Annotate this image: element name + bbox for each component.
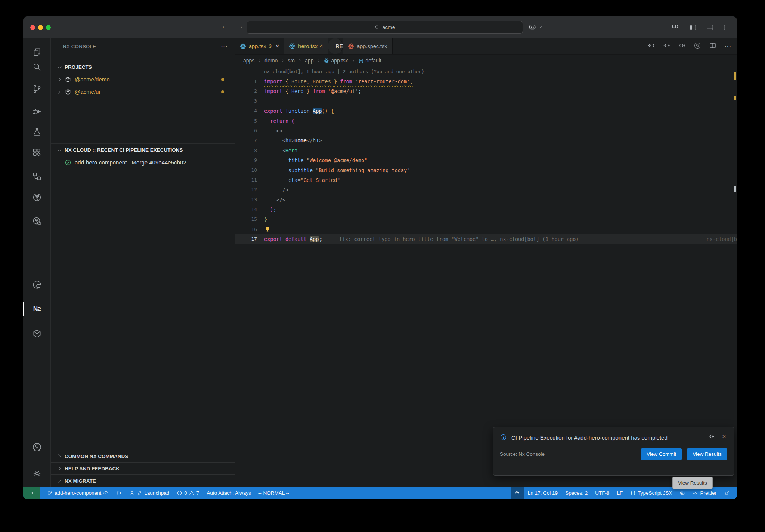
section-header-help-and-feedback[interactable]: HELP AND FEEDBACK — [51, 462, 235, 474]
notification-button-view-commit[interactable]: View Commit — [641, 448, 682, 460]
tab-app-tsx[interactable]: app.tsx3× — [235, 38, 284, 54]
code-line-13[interactable]: 13 </> — [235, 195, 737, 205]
breadcrumb-item-default[interactable]: default — [358, 58, 381, 64]
status-zoom-indicator[interactable] — [511, 487, 524, 499]
code-editor[interactable]: nx-cloud[bot], 1 hour ago | 2 authors (Y… — [235, 66, 737, 487]
activity-item-extensions[interactable] — [23, 143, 50, 161]
notification-toast: CI Pipeline Execution for #add-hero-comp… — [493, 427, 734, 476]
code-line-8[interactable]: 8 <Hero — [235, 146, 737, 155]
package-icon — [65, 89, 71, 95]
code-line-14[interactable]: 14 ); — [235, 205, 737, 214]
status-problems[interactable]: 07 — [173, 487, 203, 499]
section-header-nx-cloud-recent-ci-pipeline-executions[interactable]: NX CLOUD :: RECENT CI PIPELINE EXECUTION… — [51, 143, 235, 156]
status-indentation[interactable]: Spaces: 2 — [561, 487, 591, 499]
notification-button-view-results[interactable]: View Results — [687, 448, 727, 460]
editor-action-nav-forward-circle[interactable] — [678, 42, 686, 51]
line-number: 8 — [235, 146, 257, 155]
close-window-button[interactable] — [30, 25, 35, 30]
code-line-1[interactable]: 1import { Route, Routes } from 'react-ro… — [235, 77, 737, 86]
tab-app-spec-tsx[interactable]: app.spec.tsx — [343, 38, 392, 54]
status-text: UTF-8 — [595, 490, 609, 496]
editor-action-nav-position-circle[interactable] — [663, 42, 670, 51]
breadcrumb[interactable]: appsdemosrcappapp.tsxdefault — [235, 55, 737, 66]
editor-action-run-graph[interactable] — [694, 42, 701, 51]
status-git-branch[interactable]: add-hero-component — [43, 487, 112, 499]
code-line-2[interactable]: 2import { Hero } from '@acme/ui'; — [235, 86, 737, 96]
code-line-3[interactable]: 3 — [235, 96, 737, 106]
activity-item-edge-devtools[interactable] — [23, 276, 50, 294]
breadcrumb-item-src[interactable]: src — [288, 58, 295, 64]
status-cursor-position[interactable]: Ln 17, Col 19 — [524, 487, 561, 499]
status-remote-indicator[interactable] — [23, 487, 40, 499]
breadcrumb-item-app.tsx[interactable]: app.tsx — [323, 58, 348, 64]
breadcrumb-item-apps[interactable]: apps — [243, 58, 254, 64]
breadcrumb-item-app[interactable]: app — [305, 58, 313, 64]
status-encoding[interactable]: UTF-8 — [591, 487, 613, 499]
tab-hero-tsx[interactable]: hero.tsx4 — [284, 38, 328, 54]
minimize-window-button[interactable] — [38, 25, 43, 30]
tab-README-md[interactable]: README.md — [328, 38, 343, 54]
tree-item-add-hero-component-merge-409b44e5cb02-[interactable]: add-hero-component - Merge 409b44e5cb02.… — [51, 156, 235, 168]
code-line-9[interactable]: 9 title="Welcome @acme/demo" — [235, 155, 737, 165]
code-line-11[interactable]: 11 cta="Get Started" — [235, 175, 737, 185]
overview-ruler-mark — [734, 186, 736, 192]
tree-item--acme-demo[interactable]: @acme/demo — [51, 73, 235, 86]
status-commit-graph[interactable] — [112, 487, 126, 499]
editor-action-split-editor[interactable] — [709, 42, 716, 51]
status-vim-mode[interactable]: -- NORMAL -- — [255, 487, 293, 499]
history-back-button[interactable]: ← — [221, 22, 228, 30]
notification-settings-icon[interactable] — [709, 433, 715, 440]
notification-close-icon[interactable]: × — [721, 433, 727, 440]
status-notifications-bell[interactable] — [720, 487, 733, 499]
activity-item-settings[interactable] — [23, 464, 50, 482]
more-actions-icon[interactable]: ⋯ — [221, 42, 228, 50]
tree-item--acme-ui[interactable]: @acme/ui — [51, 86, 235, 98]
code-line-7[interactable]: 7 <h1>Home</h1> — [235, 136, 737, 145]
activity-item-graph[interactable] — [23, 188, 50, 206]
activity-item-graph-search[interactable] — [23, 212, 50, 230]
notification-buttons: View CommitView Results — [641, 448, 727, 460]
status-language-mode[interactable]: {}TypeScript JSX — [626, 487, 676, 499]
activity-item-containers[interactable] — [23, 325, 50, 343]
toggle-panel-icon[interactable] — [706, 24, 714, 31]
breadcrumb-item-demo[interactable]: demo — [264, 58, 278, 64]
history-forward-button[interactable]: → — [236, 22, 244, 30]
circle-arrow-right-icon — [678, 42, 686, 49]
copilot-menu[interactable] — [528, 23, 542, 31]
chevron-right-icon — [280, 58, 285, 63]
activity-item-source-control[interactable] — [23, 80, 50, 98]
activity-item-run-and-debug[interactable] — [23, 102, 50, 120]
editor-action-nav-back-circle[interactable] — [648, 42, 655, 51]
status-auto-attach[interactable]: Auto Attach: Always — [203, 487, 255, 499]
activity-item-search[interactable] — [23, 58, 50, 76]
code-line-10[interactable]: 10 subtitle="Build something amazing tod… — [235, 166, 737, 175]
status-launchpad[interactable]: Launchpad — [126, 487, 173, 499]
code-line-4[interactable]: 4export function App() { — [235, 106, 737, 116]
code-line-5[interactable]: 5 return ( — [235, 116, 737, 126]
status-eol[interactable]: LF — [613, 487, 626, 499]
editor-action-more-actions[interactable]: ⋯ — [724, 42, 732, 50]
command-center-search[interactable]: acme — [247, 21, 523, 34]
chevron-right-icon — [56, 466, 62, 471]
overview-ruler-mark — [734, 72, 736, 80]
code-line-15[interactable]: 15} — [235, 214, 737, 224]
customize-layout-icon[interactable] — [672, 24, 679, 31]
code-line-6[interactable]: 6 <> — [235, 126, 737, 136]
tooltip: View Results — [672, 477, 713, 489]
notification-message: CI Pipeline Execution for #add-hero-comp… — [511, 433, 672, 442]
code-line-16[interactable]: 16 — [235, 225, 737, 234]
section-header-nx-migrate[interactable]: NX MIGRATE — [51, 474, 235, 487]
section-header-common-nx-commands[interactable]: COMMON NX COMMANDS — [51, 450, 235, 462]
activity-item-testing[interactable] — [23, 123, 50, 140]
lightbulb-icon[interactable] — [264, 226, 271, 233]
code-line-12[interactable]: 12 /> — [235, 185, 737, 195]
toggle-primary-sidebar-icon[interactable] — [689, 24, 697, 31]
close-tab-icon[interactable]: × — [276, 43, 279, 50]
activity-item-accounts[interactable] — [23, 438, 50, 456]
section-header-projects[interactable]: PROJECTS — [51, 61, 235, 73]
toggle-secondary-sidebar-icon[interactable] — [723, 24, 731, 31]
code-line-17[interactable]: 17export default App;fix: correct typo i… — [235, 234, 737, 244]
activity-item-nx-console[interactable]: N≥ — [23, 300, 50, 318]
zoom-window-button[interactable] — [46, 25, 51, 30]
activity-item-workflow[interactable] — [23, 167, 50, 185]
